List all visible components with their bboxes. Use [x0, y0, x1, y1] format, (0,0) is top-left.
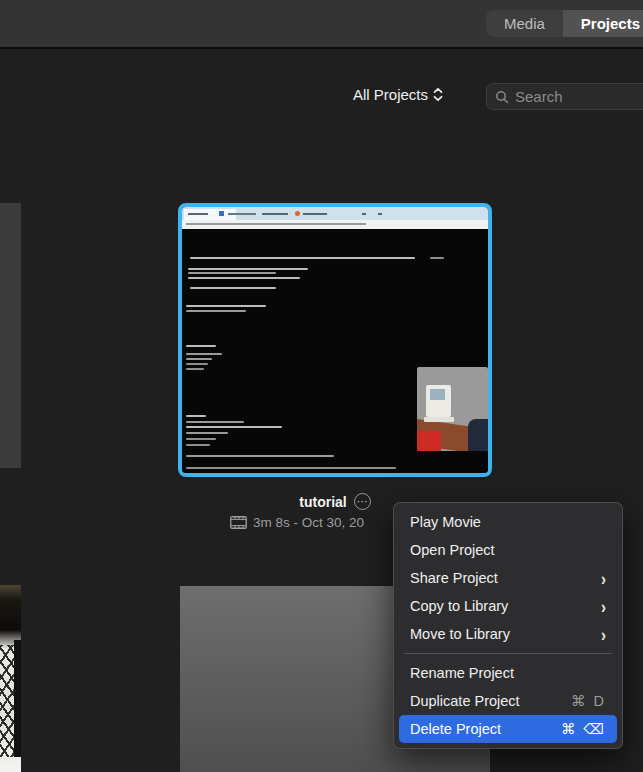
shortcut-duplicate: ⌘ D: [571, 693, 606, 709]
menu-item-delete-project[interactable]: Delete Project ⌘ ⌫: [399, 715, 617, 743]
red-panel-decoration: [417, 431, 441, 451]
vintage-computer: [426, 385, 451, 417]
menu-item-open-project[interactable]: Open Project: [399, 536, 617, 564]
submenu-chevron-icon: ›: [601, 595, 606, 616]
film-strip-icon: [230, 516, 247, 529]
media-projects-segmented-control: Media Projects: [486, 10, 643, 37]
menu-divider: [404, 653, 612, 654]
person-silhouette: [468, 419, 488, 451]
window-frame-decoration: [14, 640, 21, 757]
all-projects-dropdown[interactable]: All Projects: [353, 86, 443, 103]
search-placeholder: Search: [515, 88, 563, 105]
menu-item-copy-to-library[interactable]: Copy to Library ›: [399, 592, 617, 620]
search-icon: [495, 90, 509, 104]
selected-project-thumbnail[interactable]: [178, 203, 492, 477]
menu-item-share-project[interactable]: Share Project ›: [399, 564, 617, 592]
favicon-blue: [219, 211, 224, 216]
tab-projects[interactable]: Projects: [563, 10, 643, 37]
favicon-orange: [295, 211, 300, 216]
search-input[interactable]: Search: [486, 83, 643, 110]
shortcut-delete: ⌘ ⌫: [561, 721, 606, 737]
filter-bar: All Projects Search: [0, 82, 643, 112]
imovie-projects-window: Media Projects All Projects Search: [0, 0, 643, 772]
menu-item-rename-project[interactable]: Rename Project: [399, 659, 617, 687]
menu-item-move-to-library[interactable]: Move to Library ›: [399, 620, 617, 648]
project-duration-date: 3m 8s - Oct 30, 20: [253, 515, 364, 530]
thumbnail-address-bar: [182, 220, 488, 229]
adjacent-project-thumbnail-bottom-left[interactable]: [0, 585, 21, 772]
project-title: tutorial: [299, 494, 346, 510]
thumbnail-browser-tabbar: [182, 207, 488, 220]
project-meta: 3m 8s - Oct 30, 20: [230, 515, 364, 530]
menu-item-play-movie[interactable]: Play Movie: [399, 508, 617, 536]
all-projects-label: All Projects: [353, 86, 428, 103]
submenu-chevron-icon: ›: [601, 623, 606, 644]
tab-media[interactable]: Media: [486, 10, 563, 37]
thumbnail-webcam-overlay: [417, 367, 488, 451]
up-down-chevrons-icon: [433, 87, 443, 102]
menu-item-duplicate-project[interactable]: Duplicate Project ⌘ D: [399, 687, 617, 715]
toolbar: Media Projects: [0, 0, 643, 49]
more-options-button[interactable]: ⋯: [354, 493, 371, 510]
adjacent-project-thumbnail-left[interactable]: [0, 203, 21, 468]
project-context-menu: Play Movie Open Project Share Project › …: [393, 502, 623, 749]
submenu-chevron-icon: ›: [601, 567, 606, 588]
